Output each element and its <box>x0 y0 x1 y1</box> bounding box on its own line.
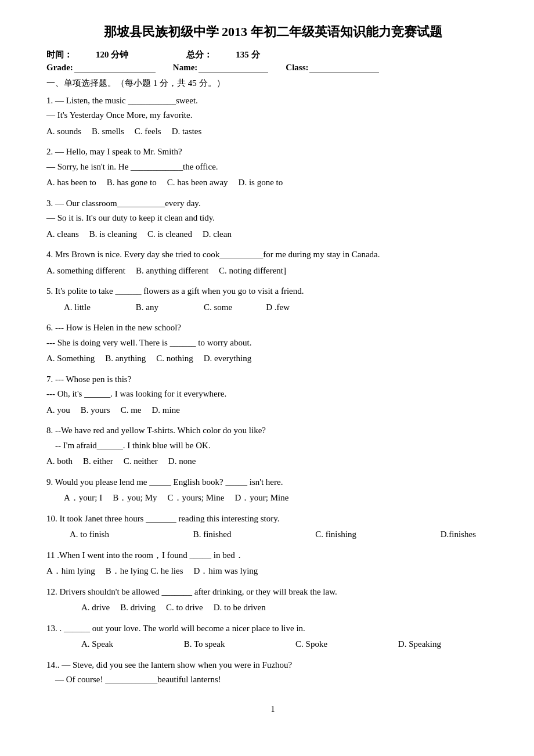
q7-optD: D. mine <box>152 403 180 418</box>
page-number: 1 <box>46 705 499 714</box>
q2-options: A. has been to B. has gone to C. has bee… <box>46 175 499 190</box>
q12-line1: 12. Drivers shouldn't be allowed _______… <box>46 585 499 600</box>
name-field <box>199 63 268 73</box>
q6-options: A. Something B. anything C. nothing D. e… <box>46 351 499 366</box>
q1-optB: B. smells <box>92 124 124 139</box>
class-label: Class: <box>286 63 308 73</box>
q4-optA: A. something different <box>46 264 125 279</box>
q7-optB: B. yours <box>81 403 110 418</box>
q12-optA: A. drive <box>81 600 110 615</box>
q13-line1: 13. . ______ out your love. The world wi… <box>46 621 499 636</box>
q10-optD: D.finishes <box>441 527 476 542</box>
q4-line1: 4. Mrs Brown is nice. Every day she trie… <box>46 247 499 262</box>
q11-options: A．him lying B．he lying C. he lies D．him … <box>46 564 499 579</box>
q5-optD: D .few <box>266 300 290 315</box>
q11-optD: D．him was lying <box>194 564 258 579</box>
q10-optA: A. to finish <box>70 527 109 542</box>
q12-optC: C. to drive <box>166 600 203 615</box>
q1-line2: — It's Yesterday Once More, my favorite. <box>46 108 499 123</box>
question-2: 2. — Hello, may I speak to Mr. Smith? — … <box>46 145 499 190</box>
class-field <box>309 63 379 73</box>
q5-line1: 5. It's polite to take ______ flowers as… <box>46 284 499 299</box>
q9-optB: B．you; My <box>113 491 157 506</box>
q6-optD: D. everything <box>204 351 251 366</box>
question-9: 9. Would you please lend me _____ Englis… <box>46 475 499 506</box>
question-3: 3. — Our classroom___________every day. … <box>46 196 499 242</box>
q13-optC: C. Spoke <box>295 637 327 652</box>
question-8: 8. --We have red and yellow T-shirts. Wh… <box>46 423 499 469</box>
title: 那坡县民族初级中学 2013 年初二年级英语知识能力竞赛试题 <box>46 23 499 41</box>
name-label: Name: <box>173 63 197 73</box>
q14-line1: 14.. — Steve, did you see the lantern sh… <box>46 658 499 673</box>
q2-optA: A. has been to <box>46 175 96 190</box>
q3-optA: A. cleans <box>46 227 79 242</box>
q2-optC: C. has been away <box>167 175 228 190</box>
q13-optA: A. Speak <box>81 637 113 652</box>
q5-optB: B. any <box>136 300 158 315</box>
total-label: 总分： <box>186 49 212 60</box>
question-1: 1. — Listen, the music ___________sweet.… <box>46 93 499 139</box>
question-4: 4. Mrs Brown is nice. Every day she trie… <box>46 247 499 278</box>
q3-options: A. cleans B. is cleaning C. is cleaned D… <box>46 227 499 242</box>
q9-line1: 9. Would you please lend me _____ Englis… <box>46 475 499 490</box>
q10-line1: 10. It took Janet three hours _______ re… <box>46 512 499 527</box>
q2-line2: — Sorry, he isn't in. He ____________the… <box>46 160 499 175</box>
grade-field <box>74 63 156 73</box>
time-label: 时间： <box>46 49 73 60</box>
q1-options: A. sounds B. smells C. feels D. tastes <box>46 124 499 139</box>
q6-line1: 6. --- How is Helen in the new school? <box>46 321 499 336</box>
meta-line: 时间： 120 分钟 总分： 135 分 <box>46 49 499 60</box>
q7-line2: --- Oh, it's ______. I was looking for i… <box>46 387 499 402</box>
q8-line2: -- I'm afraid______. I think blue will b… <box>46 438 499 453</box>
q4-optB: B. anything different <box>136 264 208 279</box>
q11-line1: 11 .When I went into the room，I found __… <box>46 548 499 563</box>
q1-optC: C. feels <box>135 124 161 139</box>
question-7: 7. --- Whose pen is this? --- Oh, it's _… <box>46 372 499 418</box>
q1-line1: 1. — Listen, the music ___________sweet. <box>46 93 499 109</box>
q7-options: A. you B. yours C. me D. mine <box>46 403 499 418</box>
question-10: 10. It took Janet three hours _______ re… <box>46 512 499 542</box>
q12-optD: D. to be driven <box>214 600 266 615</box>
q1-optA: A. sounds <box>46 124 81 139</box>
q11-optB: B．he lying C. he lies <box>106 564 183 579</box>
q12-optB: B. driving <box>120 600 156 615</box>
q6-optB: B. anything <box>105 351 146 366</box>
q14-line2: — Of course! ____________beautiful lante… <box>46 672 499 687</box>
q9-optA: A．your; I <box>64 491 102 506</box>
q2-optB: B. has gone to <box>107 175 157 190</box>
q8-optB: B. either <box>83 454 113 469</box>
q3-optC: C. is cleaned <box>147 227 192 242</box>
q10-optC: C. finishing <box>315 527 356 542</box>
q8-optC: C. neither <box>124 454 158 469</box>
question-5: 5. It's polite to take ______ flowers as… <box>46 284 499 315</box>
q9-options: A．your; I B．you; My C．yours; Mine D．your… <box>64 491 499 506</box>
q5-optC: C. some <box>204 300 232 315</box>
q6-optC: C. nothing <box>156 351 193 366</box>
section1-title: 一、单项选择题。（每小题 1 分，共 45 分。） <box>46 78 499 89</box>
q2-line1: 2. — Hello, may I speak to Mr. Smith? <box>46 145 499 160</box>
question-13: 13. . ______ out your love. The world wi… <box>46 621 499 652</box>
q9-optC: C．yours; Mine <box>168 491 225 506</box>
q11-optA: A．him lying <box>46 564 95 579</box>
grade-label: Grade: <box>46 63 73 73</box>
q8-optA: A. both <box>46 454 73 469</box>
question-6: 6. --- How is Helen in the new school? -… <box>46 321 499 366</box>
q8-options: A. both B. either C. neither D. none <box>46 454 499 469</box>
q1-optD: D. tastes <box>172 124 202 139</box>
q7-optC: C. me <box>121 403 142 418</box>
q4-optC: C. noting different] <box>219 264 286 279</box>
q13-options: A. Speak B. To speak C. Spoke D. Speakin… <box>81 637 441 652</box>
q5-options: A. little B. any C. some D .few <box>64 300 499 315</box>
q7-optA: A. you <box>46 403 70 418</box>
q3-optB: B. is cleaning <box>89 227 137 242</box>
q5-optA: A. little <box>64 300 91 315</box>
q7-line1: 7. --- Whose pen is this? <box>46 372 499 387</box>
q8-optD: D. none <box>168 454 196 469</box>
q10-options: A. to finish B. finished C. finishing D.… <box>70 527 476 542</box>
q9-optD: D．your; Mine <box>234 491 288 506</box>
q4-options: A. something different B. anything diffe… <box>46 264 499 279</box>
q2-optD: D. is gone to <box>239 175 283 190</box>
q8-line1: 8. --We have red and yellow T-shirts. Wh… <box>46 423 499 438</box>
time-value: 120 分钟 <box>96 49 128 60</box>
q12-options: A. drive B. driving C. to drive D. to be… <box>81 600 499 615</box>
